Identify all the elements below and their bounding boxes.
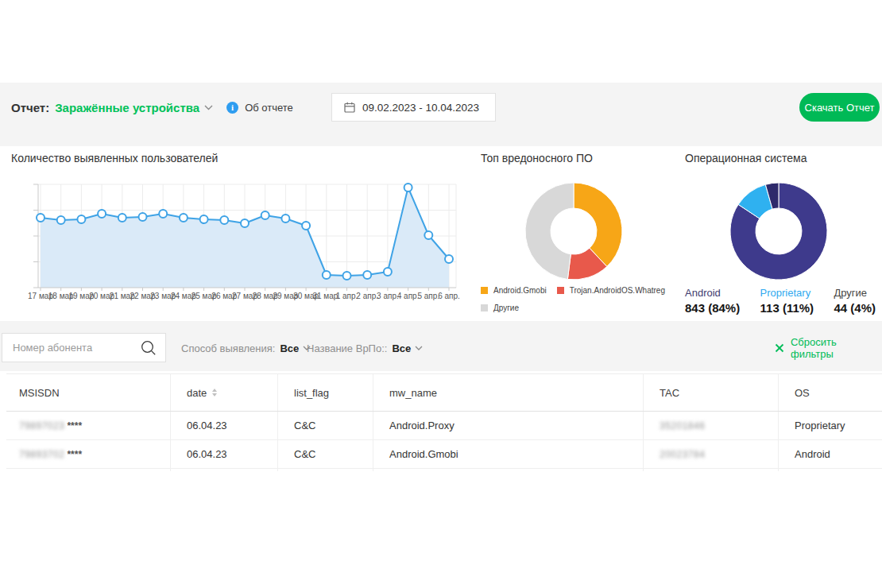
reset-filters-button[interactable]: Сбросить фильтры (775, 334, 882, 362)
svg-text:2 апр.: 2 апр. (356, 292, 378, 300)
about-report-link[interactable]: Об отчете (245, 102, 293, 114)
sort-icon[interactable] (212, 389, 217, 397)
cell-os: Android (778, 440, 882, 468)
table-cell (277, 469, 373, 471)
calendar-icon (344, 102, 355, 113)
reset-filters-label: Сбросить фильтры (791, 336, 882, 360)
chevron-down-icon (204, 105, 213, 110)
column-header-tac: TAC (643, 374, 778, 411)
os-legend: Android843 (84%)Proprietary113 (11%)Друг… (685, 287, 876, 315)
table-cell: 35201846 (643, 412, 778, 439)
table-header-row: MSISDNdatelist_flagmw_nameTACOS (6, 374, 882, 412)
os-legend-item: Другие44 (4%) (834, 287, 876, 315)
subscriber-search-box[interactable] (2, 333, 166, 362)
os-legend-item: Proprietary113 (11%) (760, 287, 814, 315)
os-legend-name: Proprietary (760, 287, 814, 299)
column-header-label: MSISDN (19, 387, 60, 399)
svg-text:3 апр.: 3 апр. (377, 292, 399, 300)
malware-legend: Android.GmobiTrojan.AndroidOS.WhatregДру… (481, 286, 663, 321)
column-header-list_flag: list_flag (277, 374, 373, 411)
date-range-picker[interactable]: 09.02.2023 - 10.04.2023 (331, 93, 496, 122)
report-name-dropdown[interactable]: Заражённые устройства (55, 101, 199, 114)
column-header-msisdn: MSISDN (6, 374, 170, 411)
malware-chart-title: Топ вредоносного ПО (481, 152, 593, 164)
column-header-label: TAC (660, 387, 679, 399)
tac-masked: 35201846 (660, 420, 705, 431)
table-cell (170, 469, 277, 471)
legend-swatch (557, 287, 564, 294)
report-selector[interactable]: Отчет: Заражённые устройства i Об отчете (11, 99, 293, 116)
detection-method-label: Способ выявления: (181, 342, 275, 354)
subscriber-search-input[interactable] (2, 342, 140, 354)
column-header-label: OS (795, 387, 810, 399)
legend-label: Trojan.AndroidOS.Whatreg (570, 286, 665, 295)
malware-donut-chart (524, 181, 624, 281)
report-label: Отчет: (11, 101, 49, 114)
msisdn-masked: 79897023 (19, 420, 64, 431)
column-header-date[interactable]: date (170, 374, 277, 411)
users-chart-title: Количество выявленных пользователей (11, 152, 218, 164)
malware-name-value[interactable]: Все (392, 342, 411, 354)
users-line-chart: 17 мар18 мар19 мар20 мар21 мар22 мар23 м… (11, 175, 467, 305)
os-chart-title: Операционная система (685, 152, 807, 164)
cell-date: 06.04.23 (170, 440, 277, 468)
svg-text:1 апр.: 1 апр. (336, 292, 358, 300)
column-header-mw_name: mw_name (373, 374, 643, 411)
legend-swatch (481, 287, 488, 294)
os-legend-name: Другие (834, 287, 876, 299)
legend-label: Android.Gmobi (493, 286, 547, 295)
os-legend-name: Android (685, 287, 740, 299)
os-legend-value: 843 (84%) (685, 301, 740, 315)
column-header-label: date (187, 387, 207, 399)
cell-mw-name: Android.Proxy (373, 412, 643, 439)
legend-item: Android.Gmobi (481, 286, 547, 295)
msisdn-masked: 79893702 (19, 449, 64, 460)
svg-text:5 апр.: 5 апр. (417, 292, 439, 300)
table-cell (6, 469, 170, 471)
infected-devices-table: MSISDNdatelist_flagmw_nameTACOS79897023*… (6, 373, 882, 471)
os-donut-chart (729, 181, 829, 281)
os-legend-value: 113 (11%) (760, 301, 814, 315)
table-row-clipped (6, 469, 882, 471)
download-report-button[interactable]: Скачать Отчет (799, 93, 880, 122)
msisdn-suffix: **** (67, 420, 82, 431)
tac-masked: 20023784 (660, 449, 705, 460)
os-legend-item: Android843 (84%) (685, 287, 740, 315)
table-cell: 20023784 (643, 440, 778, 468)
svg-text:4 апр.: 4 апр. (397, 292, 420, 300)
legend-item: Trojan.AndroidOS.Whatreg (557, 286, 665, 295)
os-legend-value: 44 (4%) (834, 301, 876, 315)
cell-mw-name: Android.Gmobi (373, 440, 643, 468)
column-header-label: list_flag (294, 387, 329, 399)
cell-date: 06.04.23 (170, 412, 277, 439)
table-cell: 79893702**** (6, 440, 170, 468)
close-icon (775, 343, 784, 353)
table-cell (643, 469, 778, 471)
infected-devices-report-page: Отчет: Заражённые устройства i Об отчете… (0, 0, 882, 588)
msisdn-suffix: **** (67, 449, 82, 460)
cell-list-flag: C&C (277, 412, 373, 439)
detection-method-value[interactable]: Все (280, 342, 299, 354)
date-range-value: 09.02.2023 - 10.04.2023 (362, 102, 479, 114)
info-icon[interactable]: i (226, 102, 238, 114)
table-cell: 79897023**** (6, 412, 170, 439)
svg-text:6 апр.: 6 апр. (438, 292, 460, 300)
detection-method-filter[interactable]: Способ выявления: Все (181, 334, 311, 362)
cell-list-flag: C&C (277, 440, 373, 468)
chevron-down-icon (415, 346, 423, 350)
malware-name-label: Название ВрПо:: (307, 342, 387, 354)
malware-name-filter[interactable]: Название ВрПо:: Все (307, 334, 423, 362)
legend-item: Другие (481, 304, 519, 312)
cell-os: Proprietary (778, 412, 882, 439)
column-header-os: OS (778, 374, 882, 411)
legend-label: Другие (493, 304, 519, 312)
legend-swatch (481, 304, 488, 311)
table-row: 79897023****06.04.23C&CAndroid.Proxy3520… (6, 412, 882, 440)
search-icon[interactable] (140, 339, 157, 357)
column-header-label: mw_name (389, 387, 437, 399)
table-row: 79893702****06.04.23C&CAndroid.Gmobi2002… (6, 440, 882, 469)
table-cell (373, 469, 643, 471)
table-cell (778, 469, 882, 471)
